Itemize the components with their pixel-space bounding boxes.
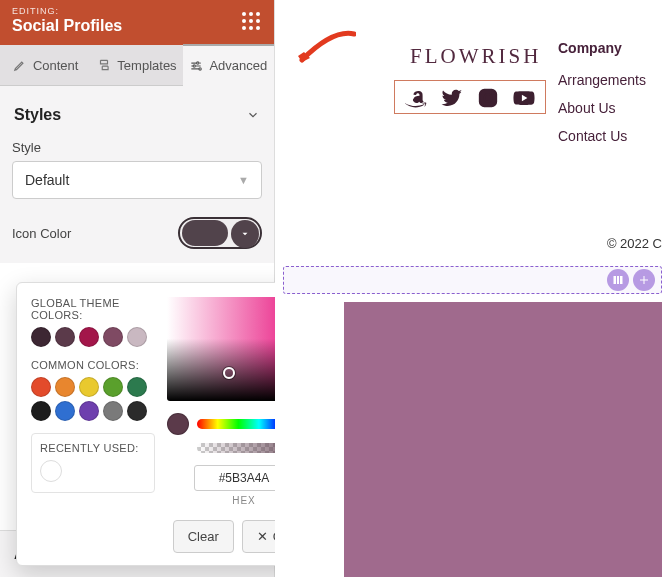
close-icon: ✕	[257, 529, 268, 544]
youtube-icon[interactable]	[513, 87, 535, 109]
tab-templates[interactable]: Templates	[91, 45, 182, 85]
recent-color-swatch[interactable]	[40, 460, 62, 482]
style-select-value: Default	[25, 172, 69, 188]
svg-point-2	[199, 67, 201, 69]
drag-handle-icon[interactable]	[240, 10, 262, 32]
social-icons-box	[394, 80, 546, 114]
color-swatch[interactable]	[31, 327, 51, 347]
company-heading: Company	[558, 40, 646, 56]
current-color-swatch	[167, 413, 189, 435]
gradient-cursor-icon[interactable]	[223, 367, 235, 379]
style-field-label: Style	[12, 140, 262, 155]
color-swatch[interactable]	[103, 327, 123, 347]
chevron-down-icon	[246, 108, 260, 122]
color-swatch[interactable]	[79, 327, 99, 347]
recently-used-box: RECENTLY USED:	[31, 433, 155, 493]
brand-logo-text: FLOWRISH	[410, 44, 541, 69]
color-swatch[interactable]	[103, 377, 123, 397]
clear-button-label: Clear	[188, 529, 219, 544]
icon-color-label: Icon Color	[12, 226, 71, 241]
caret-down-icon: ▼	[238, 174, 249, 186]
templates-icon	[97, 58, 111, 72]
global-colors-label: GLOBAL THEME COLORS:	[31, 297, 155, 321]
sliders-icon	[189, 59, 203, 73]
block-title: Social Profiles	[12, 17, 122, 35]
copyright-text: © 2022 C	[607, 236, 662, 251]
recently-used-label: RECENTLY USED:	[40, 442, 146, 454]
global-colors-row	[31, 327, 155, 347]
svg-point-1	[193, 64, 195, 66]
tab-content[interactable]: Content	[0, 45, 91, 85]
color-swatch[interactable]	[127, 327, 147, 347]
styles-section-header[interactable]: Styles	[12, 100, 262, 140]
add-button[interactable]	[633, 269, 655, 291]
color-swatch[interactable]	[55, 377, 75, 397]
common-colors-row	[31, 377, 155, 421]
color-swatch[interactable]	[31, 401, 51, 421]
panel-header: EDITING: Social Profiles	[0, 0, 274, 45]
icon-color-swatch	[182, 220, 228, 246]
color-swatch[interactable]	[103, 401, 123, 421]
svg-point-0	[197, 61, 199, 63]
panel-tabs: Content Templates Advanced	[0, 45, 274, 86]
footer-link-contact[interactable]: Contact Us	[558, 128, 646, 144]
tab-advanced-label: Advanced	[209, 58, 267, 73]
color-swatch[interactable]	[127, 401, 147, 421]
footer-link-arrangements[interactable]: Arrangements	[558, 72, 646, 88]
style-select[interactable]: Default ▼	[12, 161, 262, 199]
pencil-icon	[13, 58, 27, 72]
columns-button[interactable]	[607, 269, 629, 291]
color-swatch[interactable]	[31, 377, 51, 397]
common-colors-label: COMMON COLORS:	[31, 359, 155, 371]
styles-heading: Styles	[14, 106, 61, 124]
svg-point-5	[492, 92, 494, 94]
icon-color-expand-button[interactable]	[231, 220, 259, 248]
company-column: Company Arrangements About Us Contact Us	[558, 40, 646, 156]
amazon-icon[interactable]	[405, 87, 427, 109]
preview-section-bg	[344, 302, 662, 577]
styles-section: Styles Style Default ▼ Icon Color	[0, 86, 274, 263]
editing-caption: EDITING:	[12, 6, 122, 16]
twitter-icon[interactable]	[441, 87, 463, 109]
icon-color-control[interactable]	[178, 217, 262, 249]
layout-drop-zone[interactable]	[283, 266, 662, 294]
svg-point-4	[484, 94, 491, 101]
color-swatch[interactable]	[79, 401, 99, 421]
color-swatch[interactable]	[79, 377, 99, 397]
tab-content-label: Content	[33, 58, 79, 73]
tab-templates-label: Templates	[117, 58, 176, 73]
color-swatch[interactable]	[127, 377, 147, 397]
instagram-icon[interactable]	[477, 87, 499, 109]
footer-link-about[interactable]: About Us	[558, 100, 646, 116]
color-swatch[interactable]	[55, 401, 75, 421]
tab-advanced[interactable]: Advanced	[183, 44, 274, 85]
color-swatch[interactable]	[55, 327, 75, 347]
clear-button[interactable]: Clear	[173, 520, 234, 553]
